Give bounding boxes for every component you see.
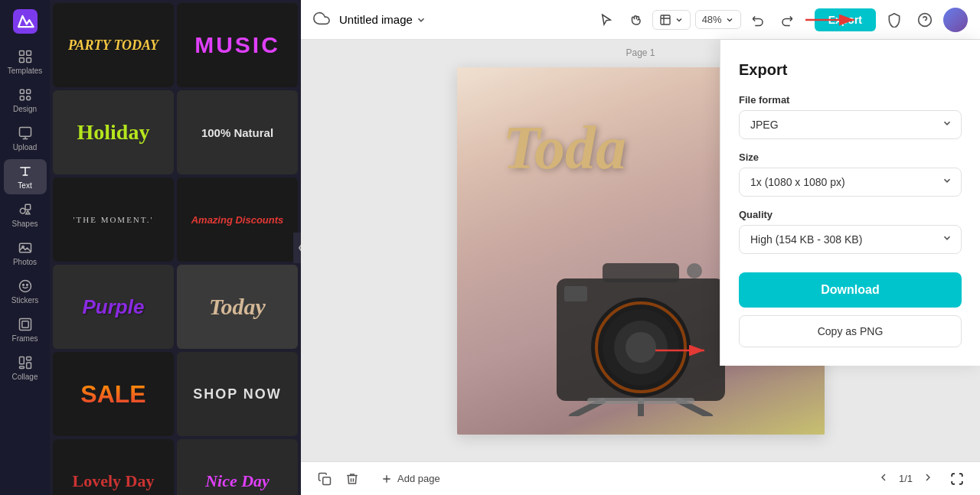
template-thumb-discount[interactable]: Amazing Discounts: [177, 177, 298, 262]
template-thumb-moment[interactable]: 'THE MOMENT.': [53, 177, 174, 262]
frames-icon: [18, 317, 33, 332]
template-grid: PARTY TODAY MUSIC Holiday 100% Natural '…: [50, 0, 301, 495]
select-tool-button[interactable]: [594, 8, 619, 32]
template-thumb-sale[interactable]: SALE: [53, 352, 174, 436]
sidebar-item-upload[interactable]: Upload: [4, 121, 47, 156]
svg-rect-22: [19, 366, 24, 369]
copy-page-button[interactable]: [313, 467, 336, 490]
svg-rect-9: [19, 128, 31, 137]
sidebar: Templates Design Upload Text Shapes: [0, 0, 50, 495]
user-avatar[interactable]: [943, 8, 968, 32]
svg-rect-7: [20, 96, 24, 100]
svg-point-32: [687, 263, 702, 278]
quality-label: Quality: [739, 209, 962, 220]
file-format-group: File format JPEG PNG PDF SVG GIF MP4: [739, 94, 962, 139]
sidebar-item-templates[interactable]: Templates: [4, 44, 47, 80]
sidebar-item-frames[interactable]: Frames: [4, 312, 47, 347]
svg-point-16: [26, 285, 28, 286]
size-select-wrapper: 1x (1080 x 1080 px) 2x (2160 x 2160 px) …: [739, 168, 962, 197]
app-logo[interactable]: [11, 8, 39, 35]
help-icon[interactable]: [913, 8, 937, 32]
shapes-icon: [18, 202, 33, 217]
copy-as-png-button[interactable]: Copy as PNG: [739, 315, 962, 347]
template-thumb-purple[interactable]: Purple: [53, 265, 174, 349]
svg-point-14: [19, 281, 31, 292]
download-button[interactable]: Download: [739, 272, 962, 308]
svg-point-29: [626, 332, 656, 363]
layout-selector[interactable]: [652, 10, 691, 30]
topbar-actions: Export: [815, 8, 968, 32]
template-thumb-lovely-day[interactable]: Lovely Day: [53, 439, 174, 495]
topbar: Untitled image: [301, 0, 980, 40]
cloud-save-icon[interactable]: [313, 10, 330, 30]
svg-point-10: [20, 208, 25, 213]
template-panel: PARTY TODAY MUSIC Holiday 100% Natural '…: [50, 0, 301, 495]
svg-rect-31: [564, 286, 587, 301]
svg-rect-11: [25, 204, 31, 210]
add-page-button[interactable]: Add page: [373, 469, 448, 489]
sidebar-item-collage[interactable]: Collage: [4, 350, 47, 386]
chevron-down-icon: [675, 15, 684, 24]
svg-rect-23: [661, 15, 670, 24]
file-format-label: File format: [739, 94, 962, 106]
size-select[interactable]: 1x (1080 x 1080 px) 2x (2160 x 2160 px) …: [739, 168, 962, 197]
sidebar-item-design[interactable]: Design: [4, 83, 47, 118]
fullscreen-button[interactable]: [946, 468, 968, 490]
next-page-button[interactable]: [919, 468, 937, 489]
svg-rect-3: [19, 58, 24, 63]
export-panel: Export File format JPEG PNG PDF SVG GIF …: [720, 40, 980, 366]
svg-rect-36: [587, 398, 694, 404]
svg-rect-4: [26, 58, 31, 63]
undo-button[interactable]: [746, 8, 770, 32]
quality-group: Quality Low Medium High (154 KB - 308 KB…: [739, 209, 962, 254]
export-button[interactable]: Export: [815, 8, 876, 31]
template-thumb-shopnow[interactable]: SHOP NOW: [177, 352, 298, 436]
svg-point-15: [22, 285, 24, 286]
quality-select-wrapper: Low Medium High (154 KB - 308 KB): [739, 225, 962, 254]
template-thumb-music[interactable]: MUSIC: [177, 3, 298, 87]
size-label: Size: [739, 151, 962, 163]
svg-rect-30: [603, 263, 679, 282]
design-icon: [18, 87, 33, 103]
file-format-select[interactable]: JPEG PNG PDF SVG GIF MP4: [739, 110, 962, 139]
hand-tool-button[interactable]: [623, 8, 648, 32]
template-thumb-holiday[interactable]: Holiday: [53, 90, 174, 174]
bottom-tools: [313, 467, 364, 490]
zoom-control[interactable]: 48%: [695, 10, 741, 29]
sidebar-item-shapes[interactable]: Shapes: [4, 197, 47, 233]
sidebar-item-text[interactable]: Text: [4, 159, 47, 194]
svg-rect-21: [26, 363, 31, 369]
sidebar-item-photos[interactable]: Photos: [4, 236, 47, 271]
photos-icon: [18, 240, 33, 256]
text-icon: [18, 164, 33, 179]
page-nav: 1/1: [874, 468, 937, 489]
bottombar: Add page 1/1: [301, 461, 980, 495]
svg-rect-12: [19, 243, 31, 252]
document-title[interactable]: Untitled image: [339, 13, 426, 26]
plus-icon: [381, 473, 393, 485]
size-group: Size 1x (1080 x 1080 px) 2x (2160 x 2160…: [739, 151, 962, 197]
svg-rect-2: [26, 51, 31, 56]
svg-rect-6: [26, 90, 30, 93]
upload-icon: [18, 125, 33, 141]
svg-rect-1: [19, 51, 24, 56]
sidebar-item-stickers[interactable]: Stickers: [4, 274, 47, 309]
template-thumb-nice-day[interactable]: Nice Day: [177, 439, 298, 495]
page-counter: 1/1: [899, 473, 913, 484]
quality-select[interactable]: Low Medium High (154 KB - 308 KB): [739, 225, 962, 254]
camera-svg: [541, 233, 740, 416]
template-thumb-today[interactable]: Today: [177, 265, 298, 349]
template-thumb-party-today[interactable]: PARTY TODAY: [53, 3, 174, 87]
template-thumb-natural[interactable]: 100% Natural: [177, 90, 298, 174]
svg-rect-19: [19, 357, 24, 364]
svg-rect-5: [20, 90, 24, 93]
redo-button[interactable]: [775, 8, 799, 32]
svg-rect-18: [21, 321, 28, 327]
prev-page-button[interactable]: [874, 468, 893, 489]
shield-icon[interactable]: [882, 8, 906, 32]
panel-collapse-button[interactable]: [293, 233, 301, 263]
chevron-down-icon: [725, 15, 734, 24]
delete-page-button[interactable]: [341, 467, 364, 490]
chevron-down-icon: [416, 15, 426, 25]
svg-rect-38: [323, 477, 331, 484]
